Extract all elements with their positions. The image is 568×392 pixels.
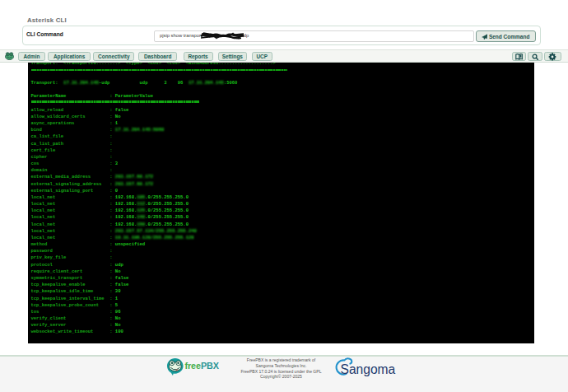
svg-text:Sangoma: Sangoma [341,362,396,376]
